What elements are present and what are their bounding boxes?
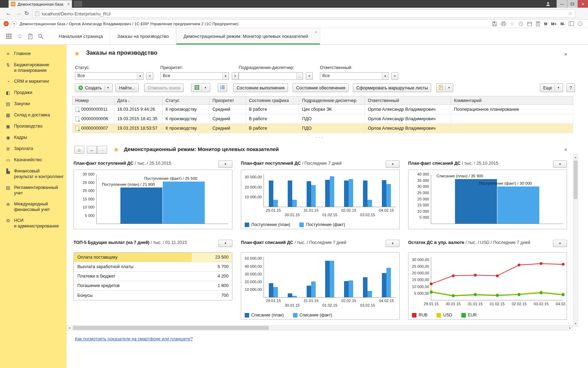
back-nav-button[interactable]: ← bbox=[87, 146, 97, 154]
column-header[interactable]: Номер bbox=[72, 96, 114, 105]
service-menu-button[interactable]: ▾ bbox=[12, 21, 17, 26]
clear-department-filter-button[interactable]: × bbox=[306, 72, 313, 80]
favorites-icon[interactable]: ☆ bbox=[17, 33, 22, 40]
scroll-right-icon[interactable]: ▸ bbox=[567, 326, 573, 330]
browser-tab[interactable]: 1С Демонстрационная база × bbox=[8, 0, 72, 8]
sidebar-item-finres[interactable]: ▙Финансовый результат и контроллинг bbox=[0, 166, 66, 182]
save-icon[interactable] bbox=[492, 21, 497, 26]
forward-button[interactable]: → bbox=[15, 9, 21, 17]
column-header[interactable]: Статус bbox=[163, 96, 210, 105]
favorite-star-icon[interactable]: ★ bbox=[74, 50, 80, 57]
route-lists-button[interactable]: Сформировать маршрутные листы bbox=[353, 83, 431, 92]
close-window-button[interactable]: × bbox=[578, 0, 588, 8]
payment-row[interactable]: Погашение кредитов1 800 bbox=[74, 281, 232, 291]
apps-grid-icon[interactable] bbox=[6, 34, 12, 39]
column-header[interactable]: Подразделение-диспетчер bbox=[299, 96, 365, 105]
priority-filter-combo[interactable]: Все ▼ bbox=[160, 72, 229, 80]
column-header[interactable]: Состояние графика bbox=[246, 96, 299, 105]
column-header[interactable]: Дата ↓ bbox=[114, 96, 163, 105]
status-filter-combo[interactable]: Все ▼ bbox=[75, 72, 144, 80]
help-button[interactable]: ? bbox=[566, 83, 575, 92]
sidebar-item-sales[interactable]: ◧Продажи bbox=[0, 87, 66, 98]
list-settings-button[interactable] bbox=[218, 83, 227, 92]
bookmark-star-icon[interactable]: ☆ bbox=[568, 11, 573, 17]
widget-menu-button[interactable]: ▼ bbox=[386, 161, 400, 168]
chevron-down-icon[interactable]: ▼ bbox=[382, 73, 388, 80]
scroll-down-icon[interactable]: ▾ bbox=[573, 321, 578, 326]
chevron-down-icon[interactable]: ▼ bbox=[137, 73, 143, 80]
new-tab-button[interactable] bbox=[74, 1, 82, 7]
horizontal-scrollbar[interactable]: ◂ ▸ bbox=[66, 325, 573, 330]
ellipsis-chooser-icon[interactable]: … bbox=[296, 73, 303, 80]
order-row[interactable]: 0000000000619.03.2015 18:41:35К производ… bbox=[72, 114, 573, 124]
zoom-m-button[interactable]: M bbox=[544, 22, 547, 26]
order-row[interactable]: 0000000001116.03.2015 9:44:26К производс… bbox=[72, 105, 573, 114]
sidebar-item-crm[interactable]: ◔CRM и маркетинг bbox=[0, 76, 66, 87]
panel-splitter[interactable] bbox=[66, 135, 573, 140]
favorite-star-icon[interactable]: ★ bbox=[113, 146, 119, 154]
smartphone-help-link[interactable]: Как посмотреть показатели на смартфоне и… bbox=[75, 336, 193, 341]
search-icon[interactable] bbox=[38, 34, 43, 39]
supply-state-button[interactable]: Состояние обеспечения bbox=[293, 83, 349, 92]
clear-status-filter-button[interactable]: × bbox=[146, 72, 153, 80]
calendar-icon[interactable] bbox=[527, 21, 532, 26]
scrollbar-thumb[interactable] bbox=[574, 161, 578, 199]
minimize-button[interactable]: — bbox=[556, 0, 567, 8]
widget-menu-button[interactable]: ▼ bbox=[218, 240, 232, 247]
sidebar-item-warehouse[interactable]: ▦Склад и доставка bbox=[0, 110, 66, 121]
sidebar-item-menu[interactable]: ≡Главное bbox=[0, 48, 66, 60]
cancel-search-button[interactable]: Отменить поиск bbox=[144, 83, 184, 92]
clear-priority-filter-button[interactable]: × bbox=[232, 72, 239, 80]
refresh-button[interactable]: ↻ bbox=[24, 9, 29, 17]
maximize-button[interactable] bbox=[567, 0, 578, 8]
close-orders-panel-icon[interactable]: × bbox=[564, 51, 567, 57]
more-button[interactable]: Еще▼ bbox=[540, 83, 563, 92]
close-monitor-panel-icon[interactable]: × bbox=[564, 146, 567, 152]
sidebar-item-salary[interactable]: ≣Зарплата bbox=[0, 143, 66, 155]
clipboard-icon[interactable] bbox=[28, 34, 33, 39]
print-icon[interactable] bbox=[501, 21, 506, 26]
create-button[interactable]: Создать ▼ bbox=[75, 83, 113, 92]
close-icon[interactable]: × bbox=[315, 30, 317, 34]
output-list-button[interactable]: ▼ bbox=[191, 83, 210, 92]
sidebar-item-hr[interactable]: ◉Кадры bbox=[0, 132, 66, 143]
tab-monitor[interactable]: Демонстрационный режим: Монитор целевых … bbox=[176, 28, 320, 45]
report-button[interactable]: ▼ bbox=[436, 83, 453, 92]
zoom-plus-button[interactable]: M+ bbox=[551, 22, 557, 26]
column-header[interactable]: Комментарий bbox=[451, 96, 573, 105]
column-header[interactable]: Ответственный bbox=[365, 96, 451, 105]
column-header[interactable]: Приоритет bbox=[210, 96, 246, 105]
tab-production-orders[interactable]: Заказы на производство bbox=[110, 28, 176, 45]
panels-icon[interactable] bbox=[569, 21, 574, 26]
scrollbar-thumb[interactable] bbox=[73, 326, 269, 330]
user-icon[interactable] bbox=[543, 0, 553, 8]
favorites-star-icon[interactable]: ☆ bbox=[510, 21, 514, 27]
payment-row[interactable]: Бонусы700 bbox=[74, 291, 232, 300]
widget-menu-button[interactable]: ▼ bbox=[386, 240, 400, 247]
home-button[interactable]: ⌂ bbox=[74, 146, 84, 154]
responsible-filter-combo[interactable]: Все ▼ bbox=[320, 72, 388, 80]
info-icon[interactable]: i bbox=[578, 21, 582, 26]
sidebar-item-treasury[interactable]: ▭Казначейство bbox=[0, 155, 66, 166]
calculator-icon[interactable] bbox=[536, 21, 540, 26]
payment-row[interactable]: Оплата поставщику23 500 bbox=[74, 253, 232, 262]
vertical-scrollbar[interactable]: ▴ ▾ bbox=[573, 154, 578, 327]
scroll-left-icon[interactable]: ◂ bbox=[67, 326, 72, 330]
widget-menu-button[interactable]: ▼ bbox=[553, 240, 567, 247]
sidebar-item-nsi[interactable]: ⚙НСИ и администрирование bbox=[0, 215, 66, 232]
sidebar-item-regl[interactable]: ▤Регламентированный учет bbox=[0, 182, 66, 199]
sidebar-item-budget[interactable]: ⇅Бюджетирование и планирование bbox=[0, 60, 66, 76]
address-bar[interactable]: localhost/Demo-Enterprise/ru_RU/ ☆ bbox=[32, 9, 575, 18]
sidebar-item-production[interactable]: ▣Производство bbox=[0, 121, 66, 132]
tab-home[interactable]: Начальная страница bbox=[52, 28, 110, 45]
widget-menu-button[interactable]: ▼ bbox=[553, 161, 567, 168]
widget-menu-button[interactable]: ▼ bbox=[218, 161, 232, 168]
chevron-down-icon[interactable]: ▼ bbox=[222, 73, 229, 80]
history-icon[interactable] bbox=[518, 21, 523, 26]
execution-state-button[interactable]: Состояние выполнения bbox=[233, 83, 288, 92]
zoom-minus-button[interactable]: M- bbox=[560, 22, 565, 26]
payment-row[interactable]: Платежи в бюджет4 200 bbox=[74, 272, 232, 281]
forward-nav-button[interactable]: → bbox=[97, 146, 107, 154]
sidebar-item-purchases[interactable]: ▤Закупки bbox=[0, 98, 66, 110]
find-button[interactable]: Найти... bbox=[115, 83, 139, 92]
